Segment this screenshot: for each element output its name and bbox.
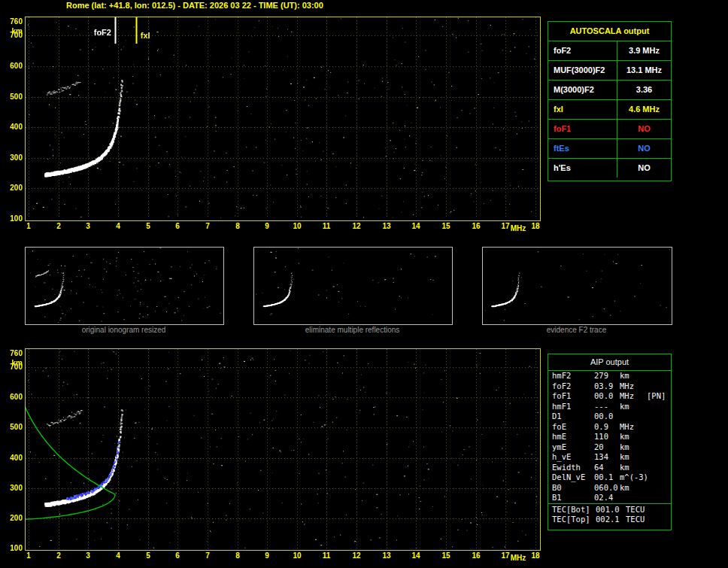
axis-unit-label: MHz: [507, 225, 529, 232]
autoscala-row-h'Es: h'EsNO: [548, 159, 671, 178]
aip-label: hmF1: [552, 402, 594, 412]
autoscala-row-fxI: fxI4.6 MHz: [548, 100, 671, 120]
aip-value: 00.0: [594, 412, 620, 422]
aip-row-B1: B102.4: [548, 493, 671, 503]
aip-label: Ewidth: [552, 463, 594, 473]
axis-tick-label: 200: [2, 515, 23, 522]
aip-note: [647, 432, 671, 442]
main-ionogram-plot: foF2fxI: [25, 17, 541, 221]
param-value: 3.36: [617, 80, 671, 99]
param-value: 3.9 MHz: [617, 41, 671, 60]
thumbnail-evidence-f2-trace: [482, 247, 672, 325]
param-label: MUF(3000)F2: [548, 61, 617, 80]
axis-tick-label: 11: [319, 552, 334, 560]
param-label: ftEs: [548, 139, 617, 158]
axis-tick-label: 6: [170, 223, 185, 230]
axis-tick-label: 14: [408, 223, 423, 230]
autoscala-output-table: AUTOSCALA output foF23.9 MHzMUF(3000)F21…: [548, 21, 672, 181]
aip-row-ymE: ymE20km: [548, 442, 671, 453]
aip-value: 110: [594, 432, 620, 442]
autoscala-row-ftEs: ftEsNO: [548, 139, 671, 159]
thumbnail-eliminate-reflections: [253, 247, 453, 325]
axis-tick-label: 12: [349, 552, 364, 560]
axis-tick-label: 500: [2, 424, 23, 431]
axis-tick-label: 15: [438, 223, 453, 230]
axis-tick-label: 8: [230, 223, 245, 230]
param-label: foF2: [548, 41, 617, 60]
aip-value: 20: [594, 442, 620, 453]
autoscala-row-M(3000)F2: M(3000)F23.36: [548, 80, 671, 100]
aip-label: B1: [552, 493, 594, 503]
aip-unit: [620, 493, 647, 503]
axis-tick-label: 3: [80, 552, 96, 560]
param-value: NO: [617, 139, 671, 158]
axis-unit-label: MHz: [507, 554, 529, 562]
aip-tec-rows: TEC[Bot]001.0TECUTEC[Top]002.1TECU: [548, 503, 671, 525]
axis-unit-label: km: [2, 28, 23, 35]
aip-row-hmF1: hmF1---km: [548, 402, 671, 412]
aip-label: foF1: [552, 391, 594, 402]
param-label: foF1: [548, 120, 617, 138]
axis-tick-label: 600: [2, 62, 23, 70]
aip-value: 134: [594, 452, 620, 463]
autoscala-row-MUF(3000)F2: MUF(3000)F213.1 MHz: [548, 61, 671, 80]
axis-tick-label: 2: [51, 223, 66, 230]
aip-table-rows: hmF2279kmfoF203.9MHzfoF100.0MHz[PN]hmF1-…: [548, 371, 671, 503]
aip-value: ---: [594, 402, 620, 412]
aip-unit: m^(-3): [620, 472, 647, 483]
axis-tick-label: 100: [2, 215, 23, 223]
thumbnail-caption-original: original ionogram resized: [25, 326, 223, 334]
aip-label: foE: [552, 422, 594, 433]
aip-unit: km: [620, 442, 647, 453]
axis-tick-label: 5: [141, 223, 156, 230]
aip-note: [647, 483, 671, 494]
axis-tick-label: 500: [2, 93, 23, 101]
aip-note: [653, 515, 671, 525]
aip-note: [647, 493, 671, 503]
aip-note: [647, 422, 671, 433]
aip-unit: MHz: [620, 381, 647, 392]
axis-tick-label: 16: [469, 223, 484, 230]
aip-value: 00.1: [594, 472, 620, 483]
param-value: NO: [617, 159, 671, 178]
axis-tick-label: 18: [528, 552, 543, 560]
axis-tick-label: 8: [230, 552, 245, 560]
autoscala-table-title: AUTOSCALA output: [548, 22, 671, 41]
aip-unit: MHz: [620, 391, 647, 402]
aip-note: [647, 452, 671, 463]
axis-tick-label: 7: [200, 223, 215, 230]
aip-note: [647, 442, 671, 453]
axis-tick-label: 1: [21, 223, 36, 230]
aip-row-TEC[Top]: TEC[Top]002.1TECU: [548, 515, 671, 525]
autoscala-row-foF2: foF23.9 MHz: [548, 41, 671, 61]
axis-tick-label: 760: [2, 18, 23, 26]
aip-output-table: AIP output hmF2279kmfoF203.9MHzfoF100.0M…: [548, 354, 672, 530]
aip-unit: km: [620, 463, 647, 473]
aip-label: foF2: [552, 381, 594, 392]
aip-value: 0.9: [594, 422, 620, 433]
axis-tick-label: 9: [259, 223, 275, 230]
aip-unit: km: [620, 483, 647, 494]
aip-unit: TECU: [626, 505, 653, 515]
aip-unit: MHz: [620, 422, 647, 433]
axis-tick-label: 1: [21, 552, 36, 560]
axis-tick-label: 10: [290, 223, 305, 230]
aip-label: h_vE: [552, 452, 594, 463]
axis-unit-label: km: [2, 360, 23, 367]
axis-tick-label: 14: [408, 552, 423, 560]
axis-tick-label: 7: [200, 552, 215, 560]
axis-tick-label: 11: [319, 223, 334, 230]
main-ionogram-canvas: [26, 17, 538, 219]
aip-value: 279: [594, 371, 620, 381]
aip-label: D1: [552, 412, 594, 422]
param-value: 4.6 MHz: [617, 100, 671, 119]
autoscala-row-foF1: foF1NO: [548, 120, 671, 139]
axis-tick-label: 600: [2, 393, 23, 401]
autoscala-table-rows: foF23.9 MHzMUF(3000)F213.1 MHzM(3000)F23…: [548, 41, 671, 178]
aip-note: [647, 381, 671, 392]
axis-tick-label: 15: [438, 552, 453, 560]
aip-note: [647, 463, 671, 473]
aip-row-hmF2: hmF2279km: [548, 371, 671, 381]
axis-tick-label: 5: [141, 552, 156, 560]
aip-value: 03.9: [594, 381, 620, 392]
